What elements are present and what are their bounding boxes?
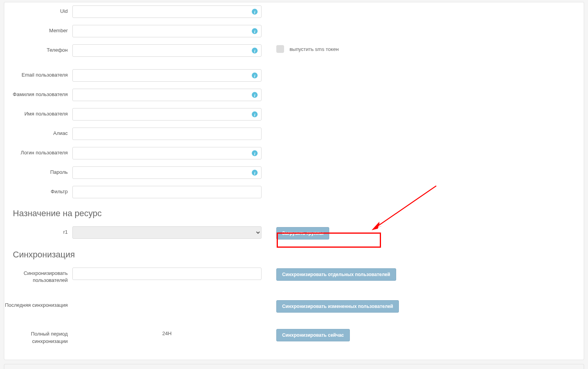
sms-checkbox-label: выпустить sms токен: [290, 46, 339, 52]
row-full-period: Полный период синхронизации 24H Синхрони…: [4, 328, 584, 345]
label-login: Логин пользователя: [4, 147, 72, 156]
row-email: Email пользователя i: [4, 69, 584, 82]
info-icon[interactable]: i: [252, 48, 258, 54]
sync-changed-users-button[interactable]: Синхронизировать измененных пользователе…: [276, 300, 399, 313]
input-firstname[interactable]: [72, 108, 262, 121]
label-email: Email пользователя: [4, 69, 72, 79]
label-alias: Алиас: [4, 128, 72, 137]
sms-checkbox-wrap: выпустить sms токен: [262, 44, 339, 53]
info-icon[interactable]: i: [252, 170, 258, 176]
input-email[interactable]: [72, 69, 262, 82]
value-full-period: 24H: [162, 328, 172, 336]
info-icon[interactable]: i: [252, 73, 258, 79]
row-password: Пароль i: [4, 166, 584, 179]
label-firstname: Имя пользователя: [4, 108, 72, 117]
label-full-period: Полный период синхронизации: [4, 328, 72, 345]
row-r1: r1 Загрузить группы: [4, 226, 584, 240]
input-password[interactable]: [72, 166, 262, 179]
label-password: Пароль: [4, 166, 72, 176]
label-lastname: Фамилия пользователя: [4, 89, 72, 98]
section-synchronization: Синхронизация: [13, 250, 584, 260]
sync-individual-users-button[interactable]: Синхронизировать отдельных пользователей: [276, 268, 396, 281]
info-icon[interactable]: i: [252, 28, 258, 34]
section-resource-assignment: Назначение на ресурс: [13, 208, 584, 219]
row-login: Логин пользователя i: [4, 147, 584, 159]
row-phone: Телефон i выпустить sms токен: [4, 44, 584, 57]
info-icon[interactable]: i: [252, 9, 258, 15]
input-uid[interactable]: [72, 5, 262, 18]
sms-checkbox[interactable]: [276, 45, 284, 53]
row-uid: Uid i: [4, 5, 584, 18]
info-icon[interactable]: i: [252, 92, 258, 98]
load-groups-button[interactable]: Загрузить группы: [276, 227, 329, 240]
label-r1: r1: [4, 226, 72, 236]
row-member: Member i: [4, 25, 584, 37]
row-lastname: Фамилия пользователя i: [4, 89, 584, 101]
input-alias[interactable]: [72, 128, 262, 140]
footer-bar: Сохранить Отмена: [4, 364, 584, 369]
label-last-sync: Последняя синхронизация: [4, 299, 72, 309]
row-alias: Алиас: [4, 128, 584, 140]
info-icon[interactable]: i: [252, 150, 258, 156]
input-member[interactable]: [72, 25, 262, 37]
input-filter[interactable]: [72, 186, 262, 198]
label-filter: Фильтр: [4, 186, 72, 195]
label-uid: Uid: [4, 5, 72, 15]
row-filter: Фильтр: [4, 186, 584, 198]
input-lastname[interactable]: [72, 89, 262, 101]
label-sync-users: Синхронизировать пользователей: [4, 268, 72, 284]
row-last-sync: Последняя синхронизация Синхронизировать…: [4, 299, 584, 313]
input-sync-users[interactable]: [72, 268, 262, 280]
label-phone: Телефон: [4, 44, 72, 54]
row-firstname: Имя пользователя i: [4, 108, 584, 121]
sync-now-button[interactable]: Синхронизировать сейчас: [276, 329, 350, 341]
form-panel: Uid i Member i Телефон i выпустить sms т…: [4, 2, 584, 360]
info-icon[interactable]: i: [252, 112, 258, 117]
select-r1[interactable]: [72, 226, 262, 239]
label-member: Member: [4, 25, 72, 34]
row-sync-users: Синхронизировать пользователей Синхрониз…: [4, 268, 584, 284]
input-login[interactable]: [72, 147, 262, 159]
input-phone[interactable]: [72, 44, 262, 57]
